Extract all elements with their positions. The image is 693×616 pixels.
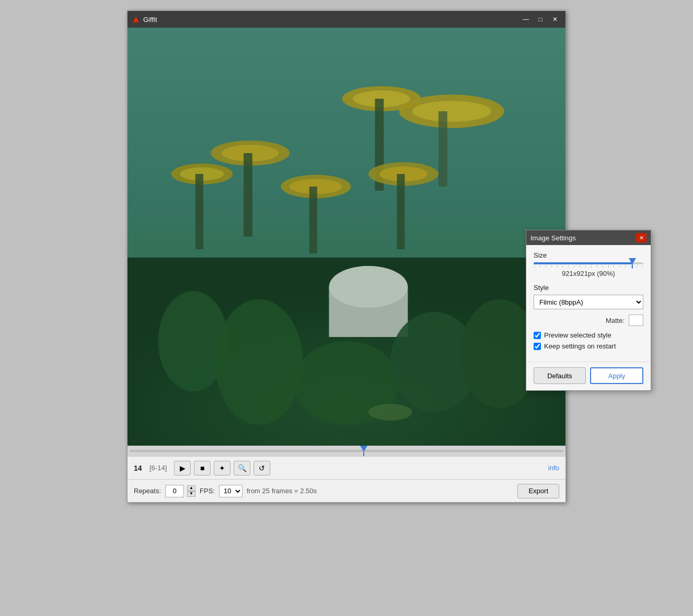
bottom-bar: Repeats: ▲ ▼ FPS: 5 10 15 20 25 30 from … — [128, 479, 565, 502]
tick-12 — [597, 265, 597, 268]
repeats-label: Repeats: — [134, 487, 161, 495]
settings-body: Size — [526, 245, 651, 359]
tick-11 — [591, 265, 592, 268]
tick-5 — [557, 265, 558, 268]
tick-4 — [551, 265, 552, 268]
size-slider-container — [534, 262, 643, 268]
scrubber-thumb-arrow — [360, 446, 367, 452]
tick-8 — [574, 265, 574, 268]
size-slider-thumb-arrow — [629, 258, 636, 264]
size-slider-fill — [534, 262, 632, 264]
tick-7 — [568, 265, 569, 268]
image-viewport — [128, 28, 565, 446]
image-settings-panel: Image Settings ✕ Size — [526, 230, 651, 391]
settings-footer: Defaults Apply — [526, 362, 651, 390]
filter-icon: ✦ — [219, 464, 225, 472]
scene-overlay — [128, 28, 565, 446]
settings-title-bar: Image Settings ✕ — [526, 230, 651, 245]
style-label: Style — [534, 284, 643, 292]
tick-6 — [562, 265, 563, 268]
export-button[interactable]: Export — [517, 484, 559, 498]
repeats-spinner: ▲ ▼ — [187, 485, 195, 497]
fps-label: FPS: — [200, 487, 215, 495]
filter-button[interactable]: ✦ — [214, 461, 230, 475]
tick-13 — [603, 265, 603, 268]
apply-button[interactable]: Apply — [590, 367, 643, 384]
tick-14 — [608, 265, 609, 268]
zoom-button[interactable]: 🔍 — [234, 461, 250, 475]
keep-settings-checkbox[interactable] — [534, 343, 541, 350]
matte-label: Matte: — [606, 317, 625, 324]
preview-checkbox-label[interactable]: Preview selected style — [544, 331, 611, 339]
loop-icon: ↺ — [259, 464, 265, 472]
tick-10 — [585, 265, 586, 268]
tick-19 — [637, 265, 637, 268]
app-window: Giffit — □ ✕ — [127, 10, 566, 503]
preview-checkbox-row: Preview selected style — [534, 331, 643, 339]
stop-icon: ■ — [200, 464, 204, 472]
zoom-icon: 🔍 — [238, 464, 247, 472]
size-slider-thumb[interactable] — [628, 258, 637, 269]
maximize-button[interactable]: □ — [534, 14, 547, 25]
size-value: 921x921px (90%) — [534, 270, 643, 277]
preview-checkbox[interactable] — [534, 332, 541, 339]
slider-ticks — [534, 265, 643, 268]
frames-info: from 25 frames = 2.50s — [247, 487, 317, 495]
tick-2 — [540, 265, 540, 268]
app-title: Giffit — [143, 16, 519, 24]
info-link[interactable]: info — [548, 464, 559, 472]
window-controls: — □ ✕ — [519, 14, 561, 25]
minimize-button[interactable]: — — [519, 14, 532, 25]
title-bar: Giffit — □ ✕ — [128, 11, 565, 28]
current-frame: 14 — [134, 464, 146, 472]
style-dropdown[interactable]: None Filmic (8bppA) Matte (8bpp) Vivid (… — [534, 295, 643, 309]
loop-button[interactable]: ↺ — [253, 461, 270, 475]
scrubber-thumb[interactable] — [360, 446, 368, 456]
size-slider-track[interactable] — [534, 262, 643, 264]
fps-select[interactable]: 5 10 15 20 25 30 — [219, 485, 242, 497]
scrubber-track[interactable] — [130, 450, 563, 452]
settings-title: Image Settings — [530, 234, 636, 242]
tick-15 — [614, 265, 614, 268]
close-button[interactable]: ✕ — [549, 14, 561, 25]
stop-button[interactable]: ■ — [194, 461, 211, 475]
repeats-down-button[interactable]: ▼ — [187, 491, 195, 497]
tick-1 — [534, 265, 535, 268]
size-label: Size — [534, 251, 643, 259]
settings-close-button[interactable]: ✕ — [636, 233, 646, 242]
keep-settings-checkbox-row: Keep settings on restart — [534, 342, 643, 350]
matte-row: Matte: — [534, 315, 643, 326]
size-slider-thumb-line — [632, 264, 633, 269]
tick-16 — [619, 265, 620, 268]
scrubber-bar[interactable] — [128, 446, 565, 456]
tick-17 — [625, 265, 626, 268]
matte-swatch[interactable] — [629, 315, 643, 326]
keep-settings-checkbox-label[interactable]: Keep settings on restart — [544, 342, 616, 350]
tick-9 — [580, 265, 580, 268]
defaults-button[interactable]: Defaults — [534, 367, 586, 384]
frame-range: [6-14] — [149, 464, 167, 472]
tick-20 — [642, 265, 643, 268]
scrubber-thumb-line — [363, 452, 364, 456]
controls-bar: 14 [6-14] ▶ ■ ✦ 🔍 ↺ info — [128, 456, 565, 479]
tick-3 — [546, 265, 546, 268]
play-icon: ▶ — [180, 464, 186, 472]
play-button[interactable]: ▶ — [174, 461, 191, 475]
app-logo — [132, 15, 140, 24]
repeats-up-button[interactable]: ▲ — [187, 485, 195, 491]
scene-background — [128, 28, 565, 446]
repeats-input[interactable] — [165, 485, 184, 497]
